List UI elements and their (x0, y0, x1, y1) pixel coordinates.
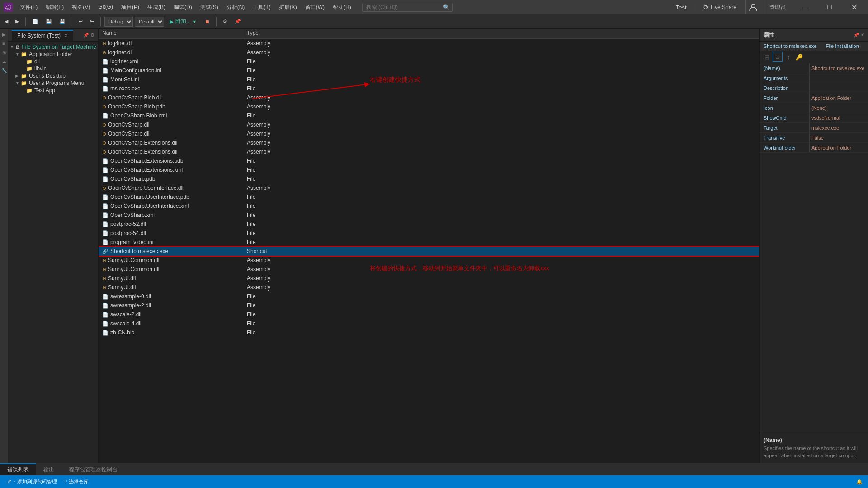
file-row[interactable]: 📄 OpenCvSharp.Extensions.pdb File (99, 156, 760, 165)
sidebar-icon-4[interactable]: ☁ (0, 58, 8, 65)
account-icon[interactable] (745, 0, 760, 14)
menu-test[interactable]: 测试(S) (197, 2, 222, 13)
menu-build[interactable]: 生成(B) (144, 2, 169, 13)
sidebar-icon-5[interactable]: 🔧 (0, 67, 8, 74)
menu-git[interactable]: Git(G) (94, 2, 117, 13)
bell-status-item[interactable]: 🔔 (854, 479, 864, 485)
sidebar-icon-1[interactable]: ▶ (0, 31, 8, 38)
liveshare-button[interactable]: ⟳ Live Share (698, 4, 742, 11)
file-row[interactable]: 📄 OpenCvSharp.UserInterface.xml File (99, 202, 760, 211)
menu-view[interactable]: 视图(V) (68, 2, 94, 13)
file-row[interactable]: 📄 OpenCvSharp.UserInterface.pdb File (99, 192, 760, 202)
forward-button[interactable]: ▶ (13, 18, 22, 25)
props-tab-list[interactable]: ≡ (773, 52, 783, 62)
menu-debug[interactable]: 调试(D) (170, 2, 196, 13)
props-row[interactable]: (Name) Shortcut to msiexec.exe (760, 63, 868, 73)
pin-button[interactable]: 📌 (232, 18, 244, 25)
props-row[interactable]: ShowCmd vsdscNormal (760, 113, 868, 123)
file-row[interactable]: ⊕ OpenCvSharp.Extensions.dll Assembly (99, 138, 760, 147)
tree-item-application-folder[interactable]: ▼ 📁 Application Folder (8, 51, 98, 58)
file-row[interactable]: 📄 MainConfiguration.ini File (99, 66, 760, 75)
file-row[interactable]: ⊕ OpenCvSharp.UserInterface.dll Assembly (99, 183, 760, 192)
props-row[interactable]: WorkingFolder Application Folder (760, 143, 868, 153)
restore-button[interactable]: □ (819, 0, 840, 14)
undo-button[interactable]: ↩ (76, 18, 85, 25)
props-row[interactable]: Target msiexec.exe (760, 123, 868, 133)
sidebar-icon-3[interactable]: ⊞ (0, 49, 8, 56)
file-row[interactable]: 📄 zh-CN.bio File (99, 328, 760, 337)
menu-file[interactable]: 文件(F) (16, 2, 41, 13)
props-tab-grid[interactable]: ⊞ (762, 52, 772, 62)
file-list-scroll[interactable]: ⊕ log4net.dll Assembly ⊕ log4net.dll Ass… (99, 39, 760, 463)
props-pin-icon[interactable]: 📌 (854, 33, 859, 38)
sidebar-icon-2[interactable]: ≡ (0, 40, 8, 47)
file-row[interactable]: ⊕ log4net.dll Assembly (99, 48, 760, 57)
menu-edit[interactable]: 编辑(E) (42, 2, 67, 13)
platform-select[interactable]: Default (135, 17, 164, 27)
bottom-tab-0[interactable]: 错误列表 (0, 463, 36, 475)
debug-config-select[interactable]: Debug (104, 17, 133, 27)
props-row[interactable]: Arguments (760, 73, 868, 83)
tree-item-dll[interactable]: 📁 dll (8, 58, 98, 65)
file-row[interactable]: 📄 OpenCvSharp.Blob.xml File (99, 111, 760, 120)
file-row[interactable]: 📄 OpenCvSharp.pdb File (99, 174, 760, 183)
props-row[interactable]: Icon (None) (760, 103, 868, 113)
file-row[interactable]: ⊕ SunnyUI.dll Assembly (99, 274, 760, 283)
new-file-button[interactable]: 📄 (29, 18, 41, 25)
props-close-icon[interactable]: ✕ (861, 33, 864, 38)
file-row[interactable]: ⊕ log4net.dll Assembly (99, 39, 760, 48)
search-input[interactable] (362, 3, 453, 12)
menu-project[interactable]: 项目(P) (118, 2, 143, 13)
file-row[interactable]: ⊕ SunnyUI.Common.dll Assembly (99, 265, 760, 274)
file-row[interactable]: 📄 OpenCvSharp.Extensions.xml File (99, 165, 760, 174)
menu-tools[interactable]: 工具(T) (249, 2, 274, 13)
back-button[interactable]: ◀ (2, 18, 11, 25)
file-row[interactable]: ⊕ OpenCvSharp.dll Assembly (99, 120, 760, 129)
tree-item-testapp[interactable]: 📁 Test App (8, 87, 98, 94)
file-row[interactable]: ⊕ SunnyUI.Common.dll Assembly (99, 256, 760, 265)
file-row[interactable]: 📄 log4net.xml File (99, 57, 760, 66)
props-row[interactable]: Description (760, 83, 868, 93)
panel-settings-icon[interactable]: ⚙ (90, 33, 94, 38)
admin-button[interactable]: 管理员 (764, 0, 791, 14)
tree-item-desktop[interactable]: ▶ 📁 User's Desktop (8, 72, 98, 80)
file-row[interactable]: 📄 msiexec.exe File (99, 84, 760, 93)
menu-window[interactable]: 窗口(W) (302, 2, 328, 13)
menu-analyze[interactable]: 分析(N) (223, 2, 249, 13)
save-all-button[interactable]: 💾 (57, 18, 68, 25)
menu-extensions[interactable]: 扩展(X) (275, 2, 301, 13)
file-row[interactable]: 🔗 Shortcut to msiexec.exe Shortcut (99, 247, 760, 256)
props-tab-key[interactable]: 🔑 (794, 52, 804, 62)
tree-item-libvlc[interactable]: 📁 libvlc (8, 65, 98, 72)
tree-root[interactable]: ▼ 🖥 File System on Target Machine (8, 43, 98, 51)
stop-button[interactable]: ⏹ (202, 18, 212, 25)
file-row[interactable]: ⊕ SunnyUI.dll Assembly (99, 283, 760, 292)
redo-button[interactable]: ↪ (87, 18, 97, 25)
file-row[interactable]: ⊕ OpenCvSharp.dll Assembly (99, 129, 760, 138)
file-row[interactable]: 📄 postproc-54.dll File (99, 229, 760, 238)
close-button[interactable]: ✕ (844, 0, 864, 14)
file-row[interactable]: 📄 swscale-4.dll File (99, 319, 760, 328)
file-row[interactable]: 📄 OpenCvSharp.xml File (99, 211, 760, 220)
file-row[interactable]: 📄 swscale-2.dll File (99, 310, 760, 319)
run-button[interactable]: ▶ 附加... ▼ (166, 17, 200, 26)
bottom-tab-2[interactable]: 程序包管理器控制台 (61, 463, 125, 475)
fs-panel-close[interactable]: ✕ (64, 33, 68, 38)
panel-pin-icon[interactable]: 📌 (83, 33, 89, 38)
tree-item-programs-menu[interactable]: ▼ 📁 User's Programs Menu (8, 80, 98, 87)
file-row[interactable]: 📄 swresample-2.dll File (99, 301, 760, 310)
file-row[interactable]: ⊕ OpenCvSharp.Blob.pdb Assembly (99, 102, 760, 111)
fs-panel-tab[interactable]: File System (Test) ✕ (12, 30, 73, 41)
minimize-button[interactable]: — (795, 0, 816, 14)
file-row[interactable]: 📄 postproc-52.dll File (99, 220, 760, 229)
file-row[interactable]: ⊕ OpenCvSharp.Blob.dll Assembly (99, 93, 760, 102)
settings-button[interactable]: ⚙ (220, 18, 230, 25)
save-button[interactable]: 💾 (43, 18, 55, 25)
file-row[interactable]: ⊕ OpenCvSharp.Extensions.dll Assembly (99, 147, 760, 156)
props-tab-sort[interactable]: ↕ (783, 52, 793, 62)
file-row[interactable]: 📄 program_video.ini File (99, 238, 760, 247)
file-row[interactable]: 📄 swresample-0.dll File (99, 292, 760, 301)
repo-status-item[interactable]: ⑂ 选择仓库 (62, 479, 90, 485)
props-row[interactable]: Transitive False (760, 133, 868, 143)
menu-help[interactable]: 帮助(H) (329, 2, 355, 13)
